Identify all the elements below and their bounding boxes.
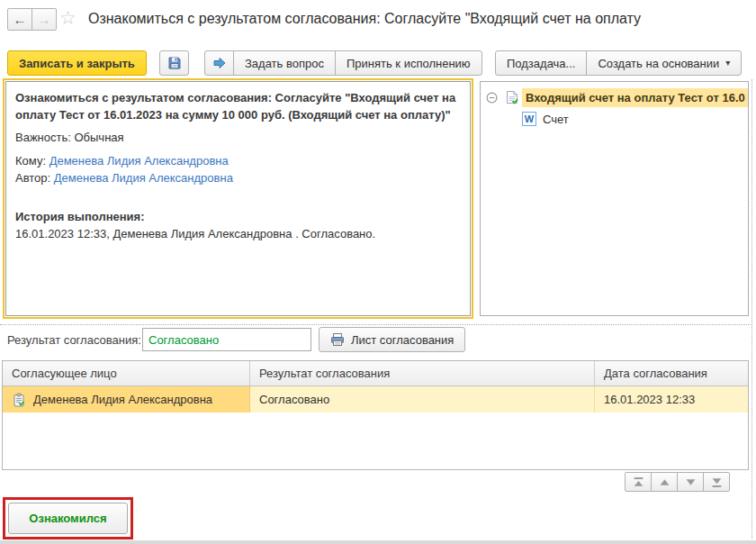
clipboard-check-icon	[12, 393, 26, 407]
task-importance: Важность: Обычная	[15, 129, 461, 146]
move-up-icon	[659, 476, 670, 488]
blue-arrow-icon	[212, 56, 227, 70]
cell-result[interactable]: Согласовано	[250, 386, 595, 413]
task-actions-group: Задать вопрос Принять к исполнению	[204, 50, 482, 76]
cell-person[interactable]: Деменева Лидия Александровна	[3, 386, 250, 413]
row-move-buttons	[625, 472, 730, 492]
author-label: Автор:	[15, 171, 54, 185]
printer-icon	[330, 332, 345, 347]
result-label: Результат согласования:	[7, 333, 141, 347]
vertical-splitter[interactable]	[752, 79, 752, 539]
addressee-link[interactable]: Деменева Лидия Александровна	[50, 154, 229, 168]
subtask-button[interactable]: Подзадача...	[495, 50, 587, 76]
task-description-panel[interactable]: Ознакомиться с результатом согласования:…	[5, 81, 471, 316]
save-button[interactable]	[159, 50, 189, 76]
create-based-on-button[interactable]: Создать на основании ▾	[586, 50, 742, 76]
back-arrow-icon: ←	[14, 12, 27, 27]
forward-button[interactable]: →	[32, 8, 57, 31]
column-header-date[interactable]: Дата согласования	[595, 361, 748, 385]
accept-for-execution-button[interactable]: Принять к исполнению	[335, 50, 482, 76]
collapse-node-icon[interactable]	[481, 92, 502, 104]
author-link[interactable]: Деменева Лидия Александровна	[54, 171, 233, 185]
table-row[interactable]: Деменева Лидия Александровна Согласовано…	[3, 386, 748, 413]
column-header-person[interactable]: Согласующее лицо	[3, 361, 250, 385]
history-entry: 16.01.2023 12:33, Деменева Лидия Алексан…	[15, 225, 461, 242]
save-close-button[interactable]: Записать и закрыть	[7, 50, 147, 76]
tree-item-invoice[interactable]: Входящий счет на оплату Тест от 16.0	[522, 88, 748, 107]
nav-buttons: ← →	[7, 8, 57, 31]
move-bottom-icon	[711, 476, 723, 488]
word-file-icon: W	[522, 112, 536, 126]
floppy-disk-icon	[167, 56, 182, 70]
ask-question-button[interactable]: Задать вопрос	[233, 50, 336, 76]
create-based-on-label: Создать на основании	[598, 57, 719, 70]
tree-item-schet[interactable]: Счет	[543, 113, 569, 126]
column-header-result[interactable]: Результат согласования	[250, 361, 595, 385]
document-check-icon	[502, 90, 522, 104]
approval-sheet-label: Лист согласования	[351, 333, 454, 347]
favorite-star-icon[interactable]: ☆	[59, 7, 76, 29]
acknowledge-button[interactable]: Ознакомился	[8, 503, 128, 534]
chevron-down-icon: ▾	[725, 59, 730, 68]
move-top-button[interactable]	[625, 472, 652, 492]
person-name: Деменева Лидия Александровна	[33, 393, 212, 406]
approval-sheet-button[interactable]: Лист согласования	[319, 327, 465, 352]
horizontal-separator	[0, 324, 751, 325]
history-title: История выполнения:	[15, 208, 461, 225]
approvals-table[interactable]: Согласующее лицо Результат согласования …	[2, 360, 749, 470]
task-author-line: Автор: Деменева Лидия Александровна	[15, 169, 461, 186]
back-button[interactable]: ←	[7, 8, 32, 31]
tree-row-attachment[interactable]: W Счет	[481, 108, 748, 130]
to-label: Кому:	[15, 154, 50, 168]
move-down-icon	[685, 476, 697, 488]
redirect-button[interactable]	[204, 50, 234, 76]
window-title: Ознакомиться с результатом согласования:…	[88, 11, 756, 27]
task-title: Ознакомиться с результатом согласования:…	[15, 89, 461, 123]
window-bottom-edge	[0, 540, 756, 544]
result-input[interactable]	[142, 328, 311, 351]
cell-date[interactable]: 16.01.2023 12:33	[595, 386, 748, 413]
red-highlight-frame: Ознакомился	[3, 497, 133, 539]
forward-arrow-icon: →	[38, 12, 51, 27]
move-bottom-button[interactable]	[703, 472, 730, 492]
task-addressee-line: Кому: Деменева Лидия Александровна	[15, 152, 461, 169]
subjects-tree-panel: Входящий счет на оплату Тест от 16.0 W С…	[480, 81, 749, 316]
secondary-actions-group: Подзадача... Создать на основании ▾	[495, 50, 742, 76]
tree-row-root[interactable]: Входящий счет на оплату Тест от 16.0	[481, 86, 748, 108]
move-top-icon	[633, 476, 644, 488]
table-header-row: Согласующее лицо Результат согласования …	[3, 361, 748, 386]
move-up-button[interactable]	[651, 472, 678, 492]
move-down-button[interactable]	[677, 472, 704, 492]
